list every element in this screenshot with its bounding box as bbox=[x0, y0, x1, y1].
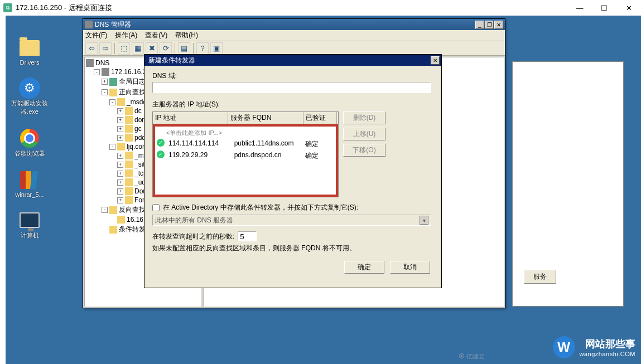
tree-toggle[interactable]: + bbox=[117, 135, 123, 141]
tree-toggle[interactable]: + bbox=[117, 179, 123, 186]
timeout-label: 在转发查询超时之前的秒数: bbox=[152, 232, 234, 241]
minimize-button[interactable]: — bbox=[567, 0, 592, 16]
col-validated[interactable]: 已验证 bbox=[303, 112, 337, 124]
back-button[interactable]: ⇦ bbox=[85, 42, 98, 55]
folder-icon bbox=[117, 98, 125, 106]
tree-toggle[interactable]: - bbox=[109, 144, 115, 150]
menu-help[interactable]: 帮助(H) bbox=[175, 31, 198, 40]
forward-button[interactable]: ⇨ bbox=[99, 42, 112, 55]
folder-icon bbox=[117, 143, 125, 151]
export-button[interactable]: ▤ bbox=[178, 42, 190, 55]
close-button[interactable]: ✕ bbox=[616, 0, 641, 16]
tree-toggle[interactable]: + bbox=[117, 188, 123, 195]
reverse-warning: 如果未配置相应的反向查找区域和条目，则服务器 FQDN 将不可用。 bbox=[152, 244, 356, 252]
table-row[interactable]: ✓ 114.114.114.114 public1.114dns.com 确定 bbox=[155, 138, 336, 150]
tree-toggle[interactable]: + bbox=[117, 108, 123, 114]
chevron-down-icon: ▾ bbox=[420, 216, 428, 225]
desktop-icon-drivers[interactable]: Drivers bbox=[18, 38, 41, 66]
dns-icon bbox=[85, 21, 93, 28]
dns-domain-input[interactable] bbox=[152, 82, 431, 93]
show-hide-button[interactable]: ▦ bbox=[132, 42, 144, 55]
tree-toggle[interactable]: - bbox=[109, 99, 115, 105]
col-ip[interactable]: IP 地址 bbox=[153, 112, 228, 124]
folder-icon bbox=[125, 169, 133, 177]
help-button[interactable]: ? bbox=[196, 42, 209, 55]
store-in-ad-checkbox[interactable] bbox=[152, 204, 160, 211]
check-icon: ✓ bbox=[157, 151, 165, 158]
dialog-title: 新建条件转发器 bbox=[148, 56, 195, 65]
window-edge bbox=[0, 16, 6, 364]
cell-ip: 119.29.29.29 bbox=[166, 151, 232, 161]
ip-address-grid[interactable]: IP 地址 服务器 FQDN 已验证 <单击此处添加 IP...> ✓ 114.… bbox=[152, 111, 339, 197]
folder-icon bbox=[20, 40, 40, 56]
tree-toggle[interactable]: + bbox=[117, 153, 123, 159]
rdp-title: 172.16.16.250 - 远程桌面连接 bbox=[16, 3, 112, 13]
server-icon bbox=[102, 68, 109, 76]
log-icon bbox=[109, 78, 117, 86]
refresh-button[interactable]: ⟳ bbox=[160, 42, 172, 55]
minimize-button[interactable]: _ bbox=[475, 21, 484, 29]
master-servers-label: 主服务器的 IP 地址(S): bbox=[152, 100, 220, 108]
watermark: W 网站那些事 wangzhanshi.COM bbox=[553, 336, 635, 358]
menu-view[interactable]: 查看(V) bbox=[145, 31, 167, 40]
folder-icon bbox=[125, 161, 133, 168]
chrome-icon bbox=[20, 129, 39, 148]
new-conditional-forwarder-dialog: 新建条件转发器 ✕ DNS 域: 主服务器的 IP 地址(S): IP 地址 服… bbox=[144, 54, 442, 288]
folder-icon bbox=[125, 134, 133, 142]
ok-button[interactable]: 确定 bbox=[344, 261, 384, 274]
table-row[interactable]: ✓ 119.29.29.29 pdns.dnspod.cn 确定 bbox=[155, 150, 336, 162]
desktop-icon-driver-installer[interactable]: ⚙ 万能驱动安装器.exe bbox=[10, 78, 49, 116]
folder-icon bbox=[109, 226, 117, 234]
delete-button[interactable]: ✖ bbox=[146, 42, 158, 55]
window-title: DNS 管理器 bbox=[95, 20, 131, 30]
icon-label: 计算机 bbox=[21, 231, 39, 240]
check-icon: ✓ bbox=[157, 139, 165, 147]
properties-button[interactable]: ▣ bbox=[210, 42, 223, 55]
tree-toggle[interactable]: + bbox=[117, 197, 123, 203]
up-button[interactable]: ⬚ bbox=[118, 42, 130, 55]
close-button[interactable]: ✕ bbox=[494, 21, 503, 29]
move-down-button[interactable]: 下移(O) bbox=[343, 144, 385, 157]
tree-toggle[interactable]: - bbox=[102, 89, 108, 95]
desktop-icon-computer[interactable]: 计算机 bbox=[18, 210, 41, 240]
services-button[interactable]: 服务 bbox=[524, 270, 556, 284]
folder-icon bbox=[125, 125, 133, 133]
computer-icon bbox=[20, 212, 40, 228]
tree-toggle[interactable]: + bbox=[117, 162, 123, 168]
watermark-badge: W bbox=[553, 336, 575, 358]
tree-toggle[interactable]: - bbox=[94, 69, 100, 75]
tree-toggle[interactable]: + bbox=[117, 117, 123, 123]
cell-validated: 确定 bbox=[303, 139, 336, 149]
tree-toggle[interactable]: + bbox=[117, 171, 123, 177]
desktop-icon-winrar[interactable]: winrar_5... bbox=[15, 170, 44, 198]
gear-icon: ⚙ bbox=[19, 77, 40, 99]
tree-toggle[interactable]: - bbox=[102, 207, 108, 213]
folder-icon bbox=[125, 152, 133, 159]
maximize-button[interactable]: ☐ bbox=[592, 0, 616, 16]
folder-icon bbox=[125, 196, 133, 204]
desktop-icon-chrome[interactable]: 谷歌浏览器 bbox=[15, 128, 45, 158]
tree-toggle[interactable]: + bbox=[117, 126, 123, 132]
store-in-ad-label: 在 Active Directory 中存储此条件转发器，并按如下方式复制它(S… bbox=[163, 203, 358, 212]
close-button[interactable]: ✕ bbox=[431, 56, 440, 65]
icon-label: 万能驱动安装器.exe bbox=[10, 99, 49, 116]
menu-file[interactable]: 文件(F) bbox=[85, 31, 107, 40]
replication-scope-combo[interactable]: 此林中的所有 DNS 服务器 ▾ bbox=[152, 215, 431, 226]
folder-icon bbox=[125, 187, 133, 195]
tree-toggle[interactable]: + bbox=[102, 79, 108, 85]
cell-validated: 确定 bbox=[303, 151, 336, 161]
window-titlebar[interactable]: DNS 管理器 _ ❐ ✕ bbox=[83, 19, 505, 30]
timeout-seconds-input[interactable] bbox=[238, 231, 257, 241]
col-fqdn[interactable]: 服务器 FQDN bbox=[228, 112, 303, 124]
folder-icon bbox=[125, 116, 133, 124]
watermark-title: 网站那些事 bbox=[580, 337, 635, 351]
move-up-button[interactable]: 上移(U) bbox=[343, 128, 385, 140]
restore-button[interactable]: ❐ bbox=[485, 21, 494, 29]
add-ip-hint[interactable]: <单击此处添加 IP...> bbox=[155, 128, 336, 138]
dns-domain-label: DNS 域: bbox=[152, 72, 177, 80]
delete-button[interactable]: 删除(D) bbox=[343, 111, 385, 124]
menu-action[interactable]: 操作(A) bbox=[115, 31, 137, 40]
dialog-titlebar[interactable]: 新建条件转发器 ✕ bbox=[144, 55, 441, 66]
menu-bar: 文件(F) 操作(A) 查看(V) 帮助(H) bbox=[83, 30, 505, 41]
cancel-button[interactable]: 取消 bbox=[390, 261, 430, 274]
